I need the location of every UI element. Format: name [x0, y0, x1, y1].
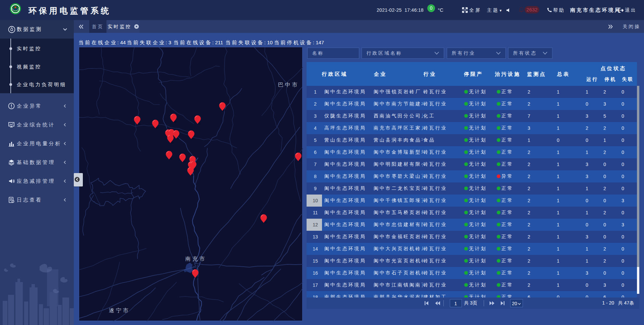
svg-text:巴中市: 巴中市: [278, 82, 299, 88]
svg-text:南充市: 南充市: [185, 256, 207, 262]
svg-text:遂宁市: 遂宁市: [109, 308, 130, 313]
